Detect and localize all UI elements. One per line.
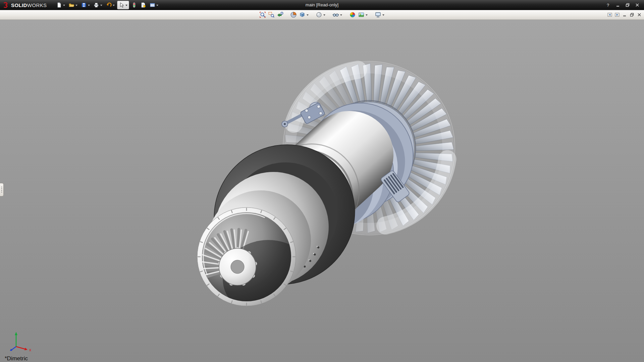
view-tools	[259, 11, 385, 19]
dropdown-arrow-icon[interactable]	[100, 5, 102, 6]
brand-name: SOLIDWORKS	[11, 2, 47, 8]
document-window-controls	[606, 12, 644, 18]
z-axis	[12, 347, 16, 350]
solidworks-logo-icon	[3, 2, 9, 8]
dropdown-arrow-icon[interactable]	[307, 14, 309, 16]
new-document-button[interactable]	[55, 1, 66, 9]
open-button[interactable]	[67, 1, 79, 9]
options-button[interactable]	[148, 1, 160, 9]
window-previous-button[interactable]	[606, 12, 613, 18]
titlebar: SOLIDWORKS	[0, 0, 644, 10]
zoom-to-area-icon	[268, 11, 275, 18]
apply-scene-button[interactable]	[357, 11, 369, 19]
restore-button[interactable]	[623, 2, 632, 8]
view-orientation-button[interactable]	[298, 11, 310, 19]
restore-icon	[626, 3, 630, 7]
save-button[interactable]	[80, 1, 91, 9]
hide-show-items-button[interactable]	[332, 11, 343, 19]
open-folder-icon	[68, 2, 74, 8]
edit-appearance-button[interactable]	[348, 11, 357, 19]
previous-view-button[interactable]	[276, 11, 284, 19]
window-next-icon	[615, 12, 620, 17]
doc-minimize-button[interactable]	[621, 12, 628, 18]
close-icon	[635, 3, 639, 7]
main-toolbar	[55, 1, 160, 9]
options-table-icon	[149, 2, 155, 8]
close-icon	[637, 13, 641, 17]
grip-dots-icon	[1, 187, 2, 193]
minimize-icon	[623, 13, 627, 17]
display-style-icon	[316, 11, 322, 18]
save-icon	[81, 2, 87, 8]
select-tool-button[interactable]	[117, 1, 129, 9]
dropdown-arrow-icon[interactable]	[125, 5, 127, 6]
doc-restore-button[interactable]	[629, 12, 635, 18]
x-axis-label: x	[29, 348, 31, 352]
previous-view-icon	[277, 11, 283, 18]
close-button[interactable]	[633, 2, 641, 8]
dropdown-arrow-icon[interactable]	[323, 14, 325, 16]
dropdown-arrow-icon[interactable]	[88, 5, 90, 6]
hide-show-items-icon	[332, 11, 339, 18]
x-axis	[16, 347, 25, 349]
window-previous-icon	[607, 12, 612, 17]
dropdown-arrow-icon[interactable]	[366, 14, 368, 16]
print-icon	[93, 2, 99, 8]
rebuild-traffic-light-icon	[131, 2, 137, 8]
minimize-icon	[616, 3, 620, 7]
dropdown-arrow-icon[interactable]	[156, 5, 158, 6]
undo-icon	[106, 2, 112, 8]
apply-scene-icon	[358, 11, 365, 18]
edit-appearance-icon	[349, 11, 356, 18]
doc-close-button[interactable]	[636, 12, 642, 18]
orientation-label: *Dimetric	[5, 355, 28, 362]
section-view-button[interactable]	[289, 11, 298, 19]
dropdown-arrow-icon[interactable]	[63, 5, 65, 6]
view-orientation-icon	[299, 11, 306, 18]
minimize-button[interactable]	[613, 2, 622, 8]
file-properties-button[interactable]	[139, 1, 147, 9]
display-style-button[interactable]	[315, 11, 326, 19]
section-view-icon	[290, 11, 297, 18]
help-button[interactable]: ?	[604, 2, 612, 8]
view-settings-icon	[375, 11, 381, 18]
restore-icon	[630, 13, 634, 17]
engine-assembly	[185, 61, 455, 318]
rebuild-button[interactable]	[130, 1, 138, 9]
solidworks-logo: SOLIDWORKS	[0, 2, 50, 8]
dropdown-arrow-icon[interactable]	[340, 14, 342, 16]
window-controls: ?	[604, 2, 644, 8]
feature-panel-splitter-handle[interactable]	[0, 183, 4, 196]
heads-up-view-toolbar	[0, 10, 644, 20]
zoom-to-fit-button[interactable]	[259, 11, 267, 19]
window-next-button[interactable]	[614, 12, 620, 18]
orientation-triad: x	[6, 330, 40, 357]
jet-engine-model[interactable]	[0, 0, 644, 362]
dropdown-arrow-icon[interactable]	[75, 5, 77, 6]
zoom-to-fit-icon	[259, 11, 266, 18]
dropdown-arrow-icon[interactable]	[382, 14, 384, 16]
new-document-icon	[56, 2, 62, 8]
dropdown-arrow-icon[interactable]	[113, 5, 115, 6]
view-settings-button[interactable]	[374, 11, 385, 19]
select-cursor-icon	[118, 2, 124, 8]
print-button[interactable]	[92, 1, 104, 9]
file-properties-icon	[140, 2, 146, 8]
zoom-to-area-button[interactable]	[267, 11, 275, 19]
undo-button[interactable]	[105, 1, 116, 9]
